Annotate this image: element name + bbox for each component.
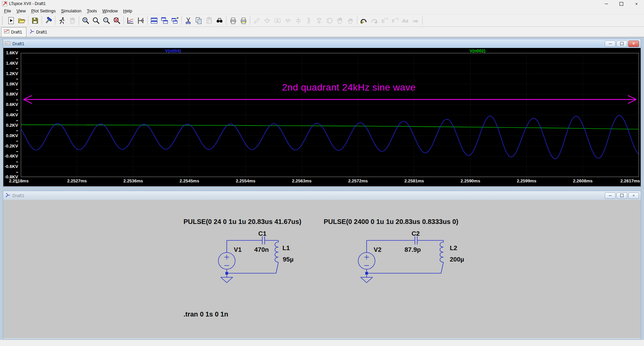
window-minimize-button[interactable] xyxy=(599,0,614,7)
halt-icon[interactable] xyxy=(67,16,77,25)
menu-tools[interactable]: Tools xyxy=(84,8,100,14)
tile-vertical-icon[interactable] xyxy=(149,16,159,25)
label-l2[interactable]: L2 xyxy=(450,244,457,252)
toolbar-separator xyxy=(181,16,182,25)
cut-icon[interactable] xyxy=(183,16,193,25)
text-icon[interactable]: Aa xyxy=(400,16,410,25)
new-schematic-icon[interactable] xyxy=(6,16,16,25)
mdi-area: Draft1 × V(n004) V(n002) 2nd quadrant 24… xyxy=(0,37,644,340)
tile-horizontal-icon[interactable] xyxy=(160,16,169,25)
schematic-maximize-button[interactable] xyxy=(616,192,627,199)
label-l2-value[interactable]: 200µ xyxy=(450,256,464,263)
app-titlebar: LTspice XVII - Draft1 × xyxy=(0,0,644,7)
pulse-directive-v1[interactable]: PULSE(0 24 0 1u 1u 20.83us 41.67us) xyxy=(183,218,301,226)
toolbar-separator xyxy=(55,16,55,25)
plot-settings-icon[interactable] xyxy=(136,16,146,25)
toolbar-separator xyxy=(79,16,79,25)
plot-window-titlebar[interactable]: Draft1 × xyxy=(3,39,641,48)
print-icon[interactable] xyxy=(228,16,238,25)
run-icon[interactable] xyxy=(57,16,67,25)
capacitor-icon[interactable] xyxy=(293,16,303,25)
tab-schematic-draft1[interactable]: Draft1 xyxy=(26,27,51,37)
toolbar-separator xyxy=(250,16,250,25)
ltspice-app-icon xyxy=(2,1,7,6)
schematic-minimize-button[interactable] xyxy=(605,192,615,199)
diode-icon[interactable] xyxy=(314,16,324,25)
control-panel-icon[interactable] xyxy=(44,16,53,25)
label-l1[interactable]: L1 xyxy=(282,244,290,252)
label-c1[interactable]: C1 xyxy=(258,230,266,237)
menu-simulation[interactable]: Simulation xyxy=(58,8,84,14)
open-icon[interactable] xyxy=(17,16,26,25)
tab-waveform-draft1[interactable]: Draft1 xyxy=(1,27,26,37)
label-c2[interactable]: C2 xyxy=(412,230,420,237)
menu-file[interactable]: File xyxy=(1,8,14,14)
label-l1-value[interactable]: 95µ xyxy=(283,256,293,263)
schematic-window-titlebar[interactable]: Draft1 × xyxy=(3,191,641,200)
label-v1[interactable]: V1 xyxy=(234,246,241,253)
rotate-icon[interactable]: F xyxy=(390,16,400,25)
find-icon[interactable] xyxy=(215,16,224,25)
menu-window[interactable]: Window xyxy=(100,8,120,14)
cascade-icon[interactable] xyxy=(170,16,180,25)
plot-window: Draft1 × V(n004) V(n002) 2nd quadrant 24… xyxy=(3,39,641,188)
net-label-icon[interactable]: A xyxy=(273,16,282,25)
waveform-plot[interactable] xyxy=(21,53,639,177)
window-close-button[interactable]: × xyxy=(629,0,644,7)
copy-icon[interactable] xyxy=(194,16,204,25)
schematic-canvas[interactable]: PULSE(0 24 0 1u 1u 20.83us 41.67us) PULS… xyxy=(3,200,641,338)
zoom-back-icon[interactable] xyxy=(91,16,101,25)
toolbar-separator xyxy=(422,16,423,25)
undo-icon[interactable] xyxy=(359,16,369,25)
pulse-directive-v2[interactable]: PULSE(0 2400 0 1u 1u 20.83us 0.8333us 0) xyxy=(324,218,458,226)
tran-directive[interactable]: .tran 0 1s 0 1n xyxy=(183,310,228,318)
autorange-icon[interactable] xyxy=(125,16,135,25)
waveform-tab-icon xyxy=(4,29,9,35)
menu-help[interactable]: Help xyxy=(120,8,135,14)
zoom-area-icon[interactable] xyxy=(81,16,91,25)
spice-directive-icon[interactable]: .op xyxy=(411,16,421,25)
save-icon[interactable] xyxy=(30,16,40,25)
plot-annotation-text[interactable]: 2nd quadrant 24kHz sine wave xyxy=(282,82,416,93)
inductor-icon[interactable] xyxy=(304,16,314,25)
trace-label-vn004[interactable]: V(n004) xyxy=(165,48,181,53)
ground-icon[interactable] xyxy=(262,16,272,25)
x-axis-tick-label: 2.2572ms xyxy=(348,178,368,183)
svg-text:.op: .op xyxy=(412,19,418,23)
svg-text:Aa: Aa xyxy=(401,18,408,23)
plot-maximize-button[interactable] xyxy=(616,41,627,47)
x-axis-tick-label: 2.2608ms xyxy=(573,178,593,183)
menu-plot-settings[interactable]: Plot Settings xyxy=(29,8,58,14)
drag-icon[interactable] xyxy=(345,16,355,25)
window-maximize-button[interactable] xyxy=(614,0,629,7)
move-icon[interactable] xyxy=(335,16,345,25)
x-axis-tick-label: 2.2518ms xyxy=(9,178,29,183)
y-axis-tick-label: -0.6KV xyxy=(3,164,18,175)
toolbar-grip[interactable] xyxy=(2,16,4,25)
component-icon[interactable] xyxy=(325,16,334,25)
plot-minimize-button[interactable] xyxy=(605,41,615,47)
wire-icon[interactable] xyxy=(252,16,262,25)
x-axis-tick-label: 2.2554ms xyxy=(236,178,256,183)
y-axis-tick-label: 1.0KV xyxy=(3,81,18,92)
x-axis-tick-label: 2.2599ms xyxy=(517,178,537,183)
resistor-icon[interactable] xyxy=(283,16,293,25)
waveform-pane[interactable]: V(n004) V(n002) 2nd quadrant 24kHz sine … xyxy=(3,48,641,186)
plot-window-title: Draft1 xyxy=(12,41,24,46)
zoom-out-icon[interactable] xyxy=(102,16,111,25)
label-c1-value[interactable]: 470n xyxy=(254,246,269,253)
redo-icon[interactable] xyxy=(369,16,379,25)
x-axis-tick-label: 2.2536ms xyxy=(123,178,143,183)
label-c2-value[interactable]: 87.9p xyxy=(405,246,421,253)
label-v2[interactable]: V2 xyxy=(374,246,381,253)
paste-icon[interactable] xyxy=(204,16,214,25)
plot-close-button[interactable]: × xyxy=(628,41,639,47)
zoom-full-extents-icon[interactable] xyxy=(112,16,122,25)
print-preview-icon[interactable] xyxy=(238,16,248,25)
tab-label: Draft1 xyxy=(11,30,22,35)
menu-view[interactable]: View xyxy=(14,8,29,14)
svg-text:E: E xyxy=(381,18,385,24)
trace-label-vn002[interactable]: V(n002) xyxy=(470,48,485,53)
mirror-icon[interactable]: E xyxy=(380,16,389,25)
schematic-close-button[interactable]: × xyxy=(628,192,639,199)
